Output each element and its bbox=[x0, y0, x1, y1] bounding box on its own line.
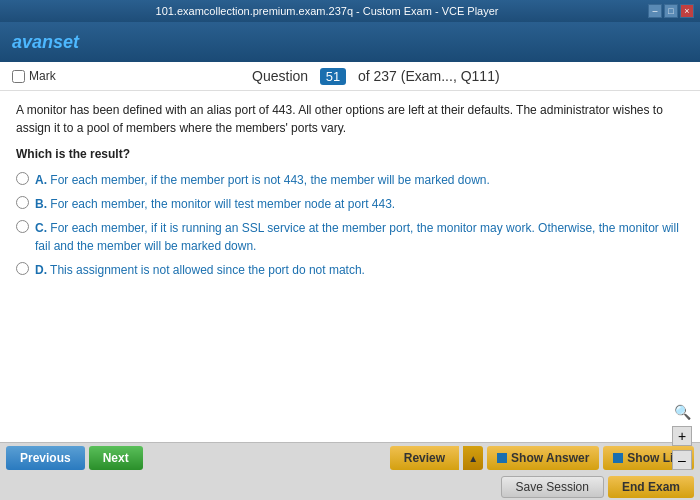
question-label-text: Question bbox=[252, 68, 308, 84]
mark-input[interactable] bbox=[12, 70, 25, 83]
review-dropdown-button[interactable]: ▲ bbox=[463, 446, 483, 470]
option-d-radio[interactable] bbox=[16, 262, 29, 275]
window-controls[interactable]: – □ × bbox=[648, 4, 694, 18]
question-text: A monitor has been defined with an alias… bbox=[16, 101, 684, 137]
right-panel: 🔍 + – bbox=[672, 402, 692, 470]
logo-set: set bbox=[53, 32, 79, 52]
question-ask: Which is the result? bbox=[16, 147, 684, 161]
review-button[interactable]: Review bbox=[390, 446, 459, 470]
option-d-text: D. This assignment is not allowed since … bbox=[35, 261, 365, 279]
close-button[interactable]: × bbox=[680, 4, 694, 18]
option-b-text: B. For each member, the monitor will tes… bbox=[35, 195, 395, 213]
question-title: Question 51 of 237 (Exam..., Q111) bbox=[64, 68, 688, 84]
zoom-out-button[interactable]: – bbox=[672, 450, 692, 470]
header-bar: avanset bbox=[0, 22, 700, 62]
option-a-text: A. For each member, if the member port i… bbox=[35, 171, 490, 189]
next-button[interactable]: Next bbox=[89, 446, 143, 470]
option-a-radio[interactable] bbox=[16, 172, 29, 185]
mark-label: Mark bbox=[29, 69, 56, 83]
option-c-text: C. For each member, if it is running an … bbox=[35, 219, 684, 255]
end-exam-button[interactable]: End Exam bbox=[608, 476, 694, 498]
show-list-icon bbox=[613, 453, 623, 463]
app-logo: avanset bbox=[12, 32, 79, 53]
question-total: of 237 (Exam..., Q111) bbox=[358, 68, 500, 84]
show-answer-icon bbox=[497, 453, 507, 463]
logo-avan: avan bbox=[12, 32, 53, 52]
option-b[interactable]: B. For each member, the monitor will tes… bbox=[16, 195, 684, 213]
window-title: 101.examcollection.premium.exam.237q - C… bbox=[6, 5, 648, 17]
bottom-toolbar: Previous Next Review ▲ Show Answer Show … bbox=[0, 442, 700, 500]
option-c-radio[interactable] bbox=[16, 220, 29, 233]
question-header: Mark Question 51 of 237 (Exam..., Q111) bbox=[0, 62, 700, 91]
save-session-button[interactable]: Save Session bbox=[501, 476, 604, 498]
question-body: A monitor has been defined with an alias… bbox=[0, 91, 700, 442]
main-window: avanset Mark Question 51 of 237 (Exam...… bbox=[0, 22, 700, 500]
maximize-button[interactable]: □ bbox=[664, 4, 678, 18]
show-answer-label: Show Answer bbox=[511, 451, 589, 465]
previous-button[interactable]: Previous bbox=[6, 446, 85, 470]
show-answer-button[interactable]: Show Answer bbox=[487, 446, 599, 470]
option-c[interactable]: C. For each member, if it is running an … bbox=[16, 219, 684, 255]
minimize-button[interactable]: – bbox=[648, 4, 662, 18]
zoom-in-button[interactable]: + bbox=[672, 426, 692, 446]
option-a[interactable]: A. For each member, if the member port i… bbox=[16, 171, 684, 189]
search-icon[interactable]: 🔍 bbox=[672, 402, 692, 422]
toolbar-row-1: Previous Next Review ▲ Show Answer Show … bbox=[0, 443, 700, 473]
question-number-badge: 51 bbox=[320, 68, 346, 85]
option-b-radio[interactable] bbox=[16, 196, 29, 209]
toolbar-row-2: Save Session End Exam bbox=[0, 473, 700, 500]
option-d[interactable]: D. This assignment is not allowed since … bbox=[16, 261, 684, 279]
title-bar: 101.examcollection.premium.exam.237q - C… bbox=[0, 0, 700, 22]
mark-checkbox[interactable]: Mark bbox=[12, 69, 56, 83]
content-area: Mark Question 51 of 237 (Exam..., Q111) … bbox=[0, 62, 700, 500]
